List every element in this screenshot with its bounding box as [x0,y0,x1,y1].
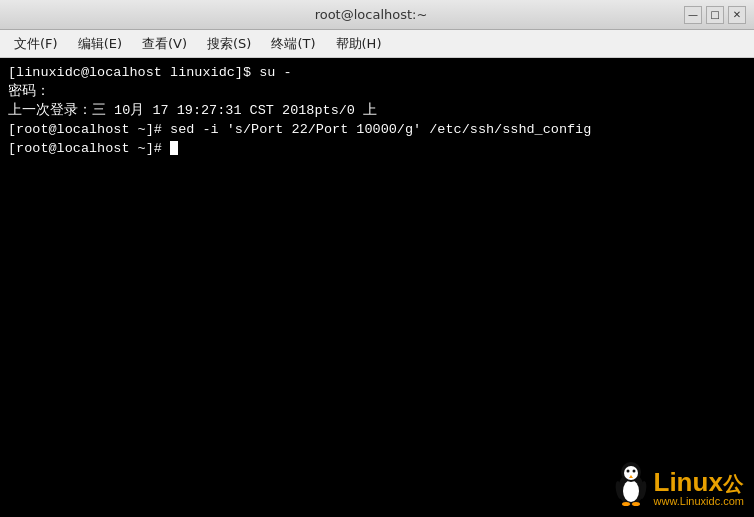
watermark-text: Linux 公 www.Linuxidc.com [654,469,744,507]
menu-edit[interactable]: 编辑(E) [68,31,132,57]
terminal-line-3: 上一次登录：三 10月 17 19:27:31 CST 2018pts/0 上 [8,102,746,121]
watermark-gong: 公 [723,474,743,494]
menu-view[interactable]: 查看(V) [132,31,197,57]
watermark-url: www.Linuxidc.com [654,495,744,507]
svg-point-7 [622,502,630,506]
minimize-button[interactable]: — [684,6,702,24]
terminal-cursor [170,141,178,155]
terminal-line-2: 密码： [8,83,746,102]
window-title: root@localhost:~ [58,7,684,22]
svg-point-1 [623,480,639,502]
penguin-icon [612,459,650,507]
title-bar: root@localhost:~ — □ ✕ [0,0,754,30]
terminal-line-4: [root@localhost ~]# sed -i 's/Port 22/Po… [8,121,746,140]
terminal-line-1: [linuxidc@localhost linuxidc]$ su - [8,64,746,83]
menu-file[interactable]: 文件(F) [4,31,68,57]
svg-point-8 [632,502,640,506]
watermark: Linux 公 www.Linuxidc.com [612,459,744,507]
window-controls: — □ ✕ [684,6,746,24]
menu-bar: 文件(F) 编辑(E) 查看(V) 搜索(S) 终端(T) 帮助(H) [0,30,754,58]
menu-terminal[interactable]: 终端(T) [261,31,325,57]
terminal-area[interactable]: [linuxidc@localhost linuxidc]$ su - 密码： … [0,58,754,517]
menu-search[interactable]: 搜索(S) [197,31,261,57]
svg-point-5 [632,470,635,473]
watermark-brand: Linux [654,469,723,495]
close-button[interactable]: ✕ [728,6,746,24]
terminal-line-5: [root@localhost ~]# [8,140,746,159]
svg-point-4 [626,470,629,473]
menu-help[interactable]: 帮助(H) [326,31,392,57]
terminal-window: root@localhost:~ — □ ✕ 文件(F) 编辑(E) 查看(V)… [0,0,754,517]
maximize-button[interactable]: □ [706,6,724,24]
